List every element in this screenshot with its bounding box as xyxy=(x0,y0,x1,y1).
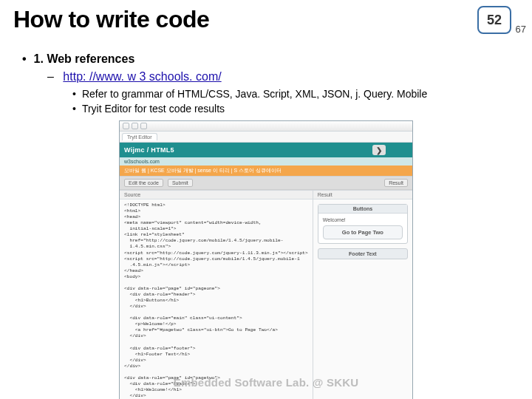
editor-toolbar-left: Edit the code Submit xyxy=(124,179,193,187)
dash-icon: – xyxy=(47,70,54,83)
result-welcome-text: Welcome! xyxy=(323,217,346,222)
slide-title: How to write code xyxy=(13,6,209,33)
result-goto-button: Go to Page Two xyxy=(323,225,403,239)
editor-toolbar: Edit the code Submit Result xyxy=(120,176,412,190)
edit-code-button: Edit the code xyxy=(124,179,163,187)
result-pane-header: Result xyxy=(313,191,412,200)
window-chrome-top xyxy=(120,121,412,132)
source-pane: Source <!DOCTYPE html> <html> <head> <me… xyxy=(120,190,313,399)
browser-tab: Tryit Editor xyxy=(122,133,157,140)
nav-fwd-icon xyxy=(132,123,138,129)
result-card: Buttons Welcome! Go to Page Two xyxy=(318,204,408,244)
editor-panes: Source <!DOCTYPE html> <html> <head> <me… xyxy=(120,190,412,399)
source-pane-header: Source xyxy=(120,191,313,200)
embedded-screenshot: Tryit Editor Wijmc / HTML5 ❯ w3schools.c… xyxy=(119,120,413,399)
page-number: 52 xyxy=(487,13,502,28)
site-orange-bar: 모바일 웹 | KCSE 모바일 개발 | sense 이 티리 | S 스토어… xyxy=(120,166,412,176)
content-area: 1. Web references – http: //www. w 3 sch… xyxy=(13,52,519,399)
site-brand: Wijmc / HTML5 xyxy=(124,146,174,154)
result-toggle: Result xyxy=(384,179,408,187)
bullet-level-3b: Tryit Editor for test code results xyxy=(72,103,519,115)
reference-link[interactable]: http: //www. w 3 schools. com/ xyxy=(63,70,221,83)
site-subheader: w3schools.com xyxy=(120,157,412,166)
bullet-level-1: 1. Web references xyxy=(22,52,519,66)
nav-back-icon xyxy=(123,123,129,129)
result-footer-bar: Footer Text xyxy=(318,248,408,259)
page-subnumber: 67 xyxy=(516,24,526,35)
result-card-header: Buttons xyxy=(318,205,407,214)
bullet-level-3a: Refer to grammar of HTML/CSS, Java. Scri… xyxy=(72,88,519,100)
slide: 52 67 How to write code 1. Web reference… xyxy=(0,0,532,399)
source-code: <!DOCTYPE html> <html> <head> <meta name… xyxy=(120,200,313,399)
title-row: How to write code xyxy=(13,6,519,33)
result-body: Buttons Welcome! Go to Page Two Footer T… xyxy=(313,200,412,264)
chevron-right-icon: ❯ xyxy=(372,145,386,155)
slide-footer: Embedded Software Lab. @ SKKU xyxy=(0,376,532,389)
browser-tabbar: Tryit Editor xyxy=(120,132,412,143)
nav-reload-icon xyxy=(140,123,147,129)
submit-button: Submit xyxy=(168,179,193,187)
page-number-box: 52 xyxy=(477,6,511,34)
bullet-level-2: – http: //www. w 3 schools. com/ xyxy=(47,70,519,83)
result-pane: Result Buttons Welcome! Go to Page Two F… xyxy=(313,190,412,399)
site-header: Wijmc / HTML5 ❯ xyxy=(120,143,412,157)
result-card-body: Welcome! Go to Page Two xyxy=(318,214,407,243)
